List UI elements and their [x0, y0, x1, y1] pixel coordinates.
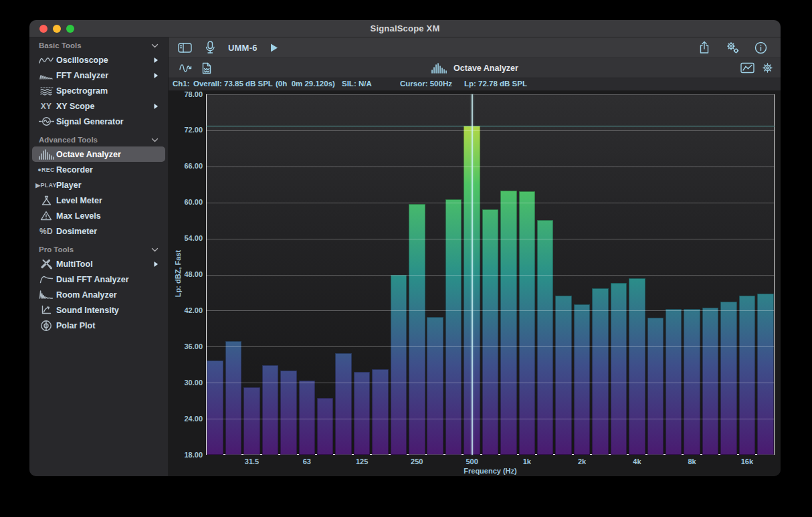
close-button[interactable]: [39, 25, 47, 33]
x-axis-tick-label: 1k: [507, 457, 547, 466]
section-header-advanced-tools[interactable]: Advanced Tools: [29, 133, 168, 146]
sidebar-item-octave-analyzer[interactable]: Octave Analyzer: [32, 146, 165, 162]
gridline: [206, 167, 775, 167]
gears-icon[interactable]: [725, 41, 740, 54]
sidebar-toggle-icon[interactable]: [178, 42, 192, 54]
submenu-arrow-icon[interactable]: [153, 103, 159, 110]
chevron-down-icon[interactable]: [151, 43, 159, 48]
x-axis-tick-label: 4k: [617, 457, 657, 466]
level-marker-line: [206, 126, 775, 126]
spectrogram-icon: [36, 86, 56, 96]
sidebar-item-level-meter[interactable]: Level Meter: [32, 193, 165, 208]
sine-wave-icon: [36, 56, 56, 65]
sidebar-item-recorder[interactable]: ●RECRecorder: [32, 162, 165, 177]
status-cursor-frequency: Cursor: 500Hz: [400, 80, 452, 88]
sidebar-item-label: Room Analyzer: [56, 290, 117, 300]
y-axis-tick-label: 18.00: [172, 451, 203, 459]
sidebar-item-max-levels[interactable]: Max Levels: [32, 208, 165, 223]
bar-10k: [702, 308, 719, 455]
desktop: SignalScope XM Basic ToolsOscilloscopeFF…: [0, 0, 812, 517]
chevron-down-icon[interactable]: [151, 138, 159, 142]
sidebar-item-label: Max Levels: [56, 211, 101, 221]
sidebar: Basic ToolsOscilloscopeFFT AnalyzerSpect…: [29, 37, 169, 476]
octave-analyzer-chart[interactable]: 78.0072.0066.0060.0054.0048.0042.0036.00…: [169, 91, 781, 476]
bar-16k: [739, 296, 756, 455]
sidebar-item-fft-analyzer[interactable]: FFT Analyzer: [32, 68, 165, 83]
warning-triangle-icon: [36, 211, 56, 221]
gridline: [206, 203, 775, 203]
dosimeter-icon: %D: [36, 227, 56, 236]
y-axis-tick-label: 36.00: [172, 342, 203, 350]
sidebar-item-label: FFT Analyzer: [56, 71, 108, 80]
sidebar-item-room-analyzer[interactable]: Room Analyzer: [32, 287, 165, 302]
sidebar-item-label: Dual FFT Analyzer: [56, 275, 129, 284]
gridline: [206, 310, 775, 311]
dual-fft-icon: [36, 275, 56, 284]
sidebar-item-player[interactable]: ▶PLAYPlayer: [32, 177, 165, 193]
y-axis-tick-label: 78.00: [172, 91, 203, 98]
status-cursor-level: Lp: 72.78 dB SPL: [464, 80, 527, 88]
frequency-cursor-line[interactable]: [472, 94, 473, 455]
sidebar-item-polar-plot[interactable]: Polar Plot: [32, 318, 165, 333]
x-axis-tick-label: 2k: [562, 457, 602, 466]
sidebar-item-label: Level Meter: [56, 196, 102, 205]
level-meter-icon: [36, 195, 56, 206]
sidebar-item-label: Player: [56, 181, 82, 190]
bar-2.5k: [592, 288, 609, 455]
x-axis-tick-label: 500: [452, 457, 492, 466]
sidebar-item-label: Polar Plot: [56, 321, 95, 330]
bar-8k: [684, 309, 700, 455]
sidebar-item-dosimeter[interactable]: %DDosimeter: [32, 223, 165, 239]
sidebar-item-xy-scope[interactable]: XYXY Scope: [32, 98, 165, 114]
bar-63: [299, 381, 316, 455]
chart-box-icon[interactable]: [740, 62, 754, 74]
view-title: Octave Analyzer: [453, 64, 518, 73]
play-icon[interactable]: [270, 43, 279, 53]
y-axis-tick-label: 30.00: [172, 379, 203, 387]
bar-630: [482, 209, 499, 455]
sidebar-item-sound-intensity[interactable]: Sound Intensity: [32, 302, 165, 318]
signal-generator-icon: [36, 116, 56, 126]
gridline: [206, 130, 775, 131]
fft-wave-icon: [36, 71, 56, 80]
play-text-icon: ▶PLAY: [36, 182, 56, 189]
info-icon[interactable]: [754, 41, 767, 54]
sidebar-item-multitool[interactable]: MultiTool: [32, 256, 165, 272]
gridline: [206, 419, 775, 419]
title-bar[interactable]: SignalScope XM: [29, 20, 781, 37]
bar-5k: [647, 318, 664, 455]
input-device-name[interactable]: UMM-6: [228, 43, 258, 53]
x-axis-tick-label: 8k: [672, 457, 712, 466]
window-title: SignalScope XM: [29, 23, 781, 33]
bar-1.6k: [555, 296, 572, 455]
submenu-arrow-icon[interactable]: [153, 261, 159, 268]
sidebar-item-label: Recorder: [56, 165, 93, 175]
submenu-arrow-icon[interactable]: [153, 72, 159, 79]
sidebar-item-oscilloscope[interactable]: Oscilloscope: [32, 52, 165, 68]
sidebar-item-spectrogram[interactable]: Spectrogram: [32, 83, 165, 98]
x-axis-tick-label: 63: [287, 457, 327, 466]
traffic-lights: [39, 20, 74, 37]
bar-400: [445, 199, 462, 455]
bar-125: [354, 372, 371, 455]
file-waveform-icon[interactable]: [201, 62, 212, 74]
submenu-arrow-icon[interactable]: [153, 57, 159, 64]
section-header-basic-tools[interactable]: Basic Tools: [29, 39, 168, 52]
zoom-button[interactable]: [66, 25, 74, 33]
y-axis-tick-label: 72.00: [172, 126, 203, 134]
minimize-button[interactable]: [53, 25, 61, 33]
section-label: Basic Tools: [39, 41, 82, 49]
gridline: [206, 275, 775, 276]
toolbar: UMM-6: [169, 37, 781, 58]
sidebar-item-dual-fft-analyzer[interactable]: Dual FFT Analyzer: [32, 272, 165, 287]
share-icon[interactable]: [698, 41, 710, 54]
microphone-icon[interactable]: [204, 41, 216, 54]
sidebar-item-label: Sound Intensity: [56, 306, 119, 315]
chevron-down-icon[interactable]: [151, 247, 159, 252]
signal-route-icon[interactable]: [179, 63, 193, 74]
gridline: [206, 346, 775, 347]
bar-40: [262, 365, 279, 455]
gear-icon[interactable]: [761, 62, 774, 74]
sidebar-item-signal-generator[interactable]: Signal Generator: [32, 114, 165, 129]
section-header-pro-tools[interactable]: Pro Tools: [29, 243, 168, 256]
